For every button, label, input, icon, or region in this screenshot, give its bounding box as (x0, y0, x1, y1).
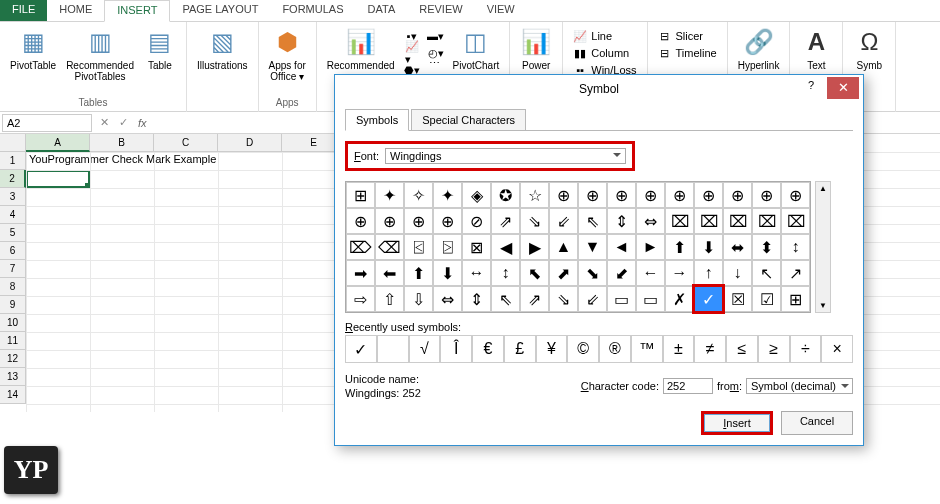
symbol-cell[interactable]: ⌧ (694, 208, 723, 234)
recent-symbol[interactable]: ≤ (726, 335, 758, 363)
select-all-corner[interactable] (0, 134, 26, 152)
row-header[interactable]: 11 (0, 332, 26, 350)
symbol-cell[interactable]: ▭ (636, 286, 665, 312)
symbol-cell[interactable]: ⇙ (549, 208, 578, 234)
enter-formula-icon[interactable]: ✓ (119, 116, 128, 129)
char-code-input[interactable] (663, 378, 713, 394)
tab-home[interactable]: HOME (47, 0, 104, 21)
symbol-cell[interactable]: ▼ (578, 234, 607, 260)
recent-symbol[interactable]: ® (599, 335, 631, 363)
symbol-cell[interactable]: ⊕ (578, 182, 607, 208)
col-header[interactable]: C (154, 134, 218, 152)
cell-a1[interactable]: YouProgrammer Check Mark Example (26, 152, 219, 166)
recent-symbol[interactable]: ≥ (758, 335, 790, 363)
symbol-cell[interactable]: ⊕ (346, 208, 375, 234)
font-select[interactable]: Wingdings (385, 148, 626, 164)
symbol-cell[interactable]: ▭ (607, 286, 636, 312)
slicer-button[interactable]: ⊟Slicer (654, 28, 721, 44)
symbol-cell[interactable]: ⬇ (694, 234, 723, 260)
symbol-cell[interactable]: ⊘ (462, 208, 491, 234)
symbol-cell[interactable]: ✓ (694, 286, 723, 312)
symbol-cell[interactable]: ⇗ (520, 286, 549, 312)
from-select[interactable]: Symbol (decimal) (746, 378, 853, 394)
tab-formulas[interactable]: FORMULAS (270, 0, 355, 21)
col-header[interactable]: A (26, 134, 90, 152)
symbol-cell[interactable]: ↕ (491, 260, 520, 286)
tab-pagelayout[interactable]: PAGE LAYOUT (170, 0, 270, 21)
recent-symbol[interactable]: © (567, 335, 599, 363)
symbol-cell[interactable]: ⌧ (752, 208, 781, 234)
symbol-cell[interactable]: → (665, 260, 694, 286)
symbol-cell[interactable]: ↑ (694, 260, 723, 286)
cancel-formula-icon[interactable]: ✕ (100, 116, 109, 129)
symbol-cell[interactable]: ⇖ (578, 208, 607, 234)
pivottable-button[interactable]: ▦PivotTable (6, 24, 60, 97)
symbol-cell[interactable]: ⇘ (520, 208, 549, 234)
symbol-cell[interactable]: ▲ (549, 234, 578, 260)
recent-symbol[interactable]: √ (409, 335, 441, 363)
fx-icon[interactable]: fx (134, 117, 151, 129)
symbol-cell[interactable]: ← (636, 260, 665, 286)
tab-insert[interactable]: INSERT (104, 0, 170, 22)
symbol-cell[interactable]: ☒ (723, 286, 752, 312)
symbol-cell[interactable]: ⇧ (375, 286, 404, 312)
symbol-cell[interactable]: ⍃ (404, 234, 433, 260)
recent-symbol[interactable]: Î (440, 335, 472, 363)
symbol-cell[interactable]: ↖ (752, 260, 781, 286)
symbol-cell[interactable]: ⊕ (781, 182, 810, 208)
col-header[interactable]: D (218, 134, 282, 152)
symbol-cell[interactable]: ⊕ (404, 208, 433, 234)
insert-button[interactable]: Insert (701, 411, 773, 435)
recent-symbol[interactable]: ¥ (536, 335, 568, 363)
symbol-cell[interactable]: ☑ (752, 286, 781, 312)
symbol-cell[interactable]: ⬆ (665, 234, 694, 260)
symbol-cell[interactable]: ⬇ (433, 260, 462, 286)
symbol-cell[interactable]: ⊕ (636, 182, 665, 208)
row-header[interactable]: 4 (0, 206, 26, 224)
symbol-cell[interactable]: ⬊ (578, 260, 607, 286)
chart-type-4[interactable]: ▬▾ (425, 28, 447, 44)
dialog-close-button[interactable]: ✕ (827, 77, 859, 99)
row-header[interactable]: 13 (0, 368, 26, 386)
recent-symbol[interactable] (377, 335, 409, 363)
symbol-cell[interactable]: ⬌ (723, 234, 752, 260)
symbol-cell[interactable]: ▶ (520, 234, 549, 260)
tab-symbols-dlg[interactable]: Symbols (345, 109, 409, 131)
symbol-cell[interactable]: ⬆ (404, 260, 433, 286)
symbol-cell[interactable]: ⇨ (346, 286, 375, 312)
symbol-cell[interactable]: ⇔ (636, 208, 665, 234)
table-button[interactable]: ▤Table (140, 24, 180, 97)
symbol-cell[interactable]: ⍄ (433, 234, 462, 260)
symbol-cell[interactable]: ⊕ (694, 182, 723, 208)
symbol-cell[interactable]: ⊞ (346, 182, 375, 208)
symbol-cell[interactable]: ⬉ (520, 260, 549, 286)
dialog-help-button[interactable]: ? (797, 79, 825, 91)
recent-symbol[interactable]: £ (504, 335, 536, 363)
tab-view[interactable]: VIEW (475, 0, 527, 21)
symbol-cell[interactable]: ↗ (781, 260, 810, 286)
symbol-cell[interactable]: ✗ (665, 286, 694, 312)
symbol-cell[interactable]: ⌦ (346, 234, 375, 260)
row-header[interactable]: 9 (0, 296, 26, 314)
tab-file[interactable]: FILE (0, 0, 47, 21)
name-box[interactable] (2, 114, 92, 132)
recent-symbol[interactable]: × (821, 335, 853, 363)
symbol-cell[interactable]: ⌧ (781, 208, 810, 234)
row-header[interactable]: 6 (0, 242, 26, 260)
tab-special-chars[interactable]: Special Characters (411, 109, 526, 130)
sparkline-line[interactable]: 📈Line (569, 28, 640, 44)
symbol-cell[interactable]: ⇗ (491, 208, 520, 234)
symbol-cell[interactable]: ⬍ (752, 234, 781, 260)
symbol-cell[interactable]: ✧ (404, 182, 433, 208)
symbol-cell[interactable]: ⇩ (404, 286, 433, 312)
symbol-cell[interactable]: ⊕ (752, 182, 781, 208)
symbol-cell[interactable]: ↔ (462, 260, 491, 286)
apps-button[interactable]: ⬢Apps for Office ▾ (265, 24, 310, 97)
symbol-cell[interactable]: ⬈ (549, 260, 578, 286)
symbol-cell[interactable]: ⊠ (462, 234, 491, 260)
symbol-cell[interactable]: ✪ (491, 182, 520, 208)
recent-symbol[interactable]: ÷ (790, 335, 822, 363)
chart-type-2[interactable]: 📈▾ (401, 45, 423, 61)
sparkline-column[interactable]: ▮▮Column (569, 45, 640, 61)
symbol-cell[interactable]: ⬋ (607, 260, 636, 286)
